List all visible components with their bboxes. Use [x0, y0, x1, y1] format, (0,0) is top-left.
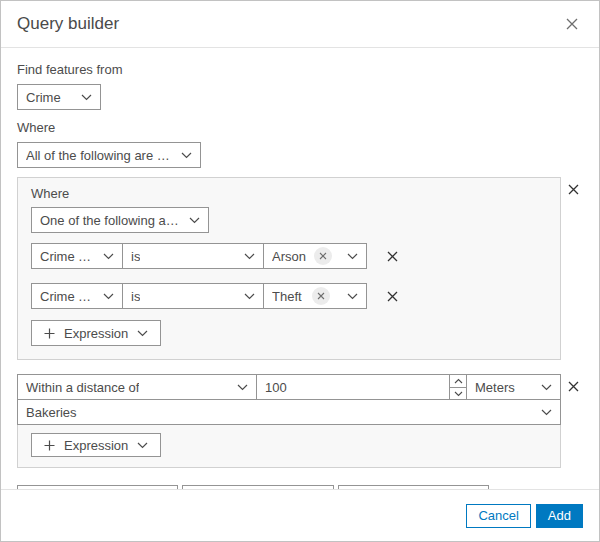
operator-select[interactable]: is [122, 283, 264, 309]
dialog-footer: Cancel Add [1, 489, 599, 541]
dialog-body: Find features from Crime Where All of th… [1, 48, 599, 509]
group1-where-label: Where [31, 186, 547, 201]
expression-group-1: Where One of the following are tr… Crime… [17, 177, 561, 360]
chevron-down-icon [454, 391, 463, 397]
clear-value-button[interactable] [314, 247, 332, 265]
distance-input[interactable] [256, 374, 450, 400]
target-layer-row: Bakeries [17, 399, 561, 425]
chevron-down-icon [173, 152, 192, 159]
spatial-operator-select[interactable]: Within a distance of [17, 374, 257, 400]
field-select-value: Crime Type [40, 249, 95, 264]
clear-value-button[interactable] [312, 287, 330, 305]
expression-group-1-wrap: Where One of the following are tr… Crime… [17, 177, 583, 360]
spatial-expression-wrap: Within a distance of [17, 374, 583, 468]
cancel-button[interactable]: Cancel [466, 504, 530, 528]
field-select-value: Crime Type [40, 289, 95, 304]
close-icon [565, 17, 579, 31]
field-select[interactable]: Crime Type [31, 243, 123, 269]
unit-select-value: Meters [475, 380, 515, 395]
chevron-down-icon [340, 293, 358, 300]
chevron-down-icon [181, 217, 200, 224]
spatial-operator-row: Within a distance of [17, 374, 561, 400]
unit-select[interactable]: Meters [466, 374, 561, 400]
close-icon [387, 291, 398, 302]
remove-expression-button[interactable] [383, 287, 402, 306]
chevron-down-icon [340, 253, 358, 260]
add-button[interactable]: Add [536, 504, 583, 528]
group1-operator-value: One of the following are tr… [40, 213, 181, 228]
find-features-label: Find features from [17, 62, 583, 77]
chevron-down-icon [236, 293, 255, 300]
spatial-operator-value: Within a distance of [26, 380, 139, 395]
spatial-expression-group: Within a distance of [17, 374, 561, 468]
layer-select[interactable]: Crime [17, 84, 101, 110]
operator-select[interactable]: is [122, 243, 264, 269]
target-layer-select[interactable]: Bakeries [17, 399, 561, 425]
target-layer-value: Bakeries [26, 405, 77, 420]
add-expression-label: Expression [64, 438, 128, 453]
chevron-down-icon [229, 384, 248, 391]
dialog-title: Query builder [17, 14, 119, 34]
top-operator-value: All of the following are true [26, 148, 173, 163]
plus-icon [44, 328, 55, 339]
close-icon [568, 381, 579, 392]
group2-add-expression-button[interactable]: Expression [31, 433, 161, 457]
close-button[interactable] [561, 13, 583, 35]
chevron-down-icon [95, 253, 114, 260]
value-select-value: Theft [272, 289, 302, 304]
remove-group-button[interactable] [564, 180, 583, 199]
chevron-down-icon [137, 330, 148, 337]
group1-add-expression-button[interactable]: Expression [31, 320, 161, 346]
value-select[interactable]: Arson [263, 243, 367, 269]
expression-row: Crime Type is Arson [31, 243, 547, 269]
stepper-down-button[interactable] [450, 387, 466, 399]
operator-select-value: is [131, 249, 140, 264]
stepper-up-button[interactable] [450, 375, 466, 387]
group2-footer-strip: Expression [18, 425, 560, 467]
small-close-icon [319, 252, 327, 260]
chevron-down-icon [73, 94, 92, 101]
chevron-down-icon [236, 253, 255, 260]
operator-select-value: is [131, 289, 140, 304]
expression-row: Crime Type is Theft [31, 283, 547, 309]
add-expression-label: Expression [64, 326, 128, 341]
dialog-header: Query builder [1, 1, 599, 48]
small-close-icon [317, 292, 325, 300]
chevron-down-icon [533, 384, 552, 391]
group1-operator-select[interactable]: One of the following are tr… [31, 207, 209, 233]
chevron-up-icon [454, 378, 463, 384]
top-operator-select[interactable]: All of the following are true [17, 142, 201, 168]
value-select[interactable]: Theft [263, 283, 367, 309]
plus-icon [44, 440, 55, 451]
close-icon [568, 184, 579, 195]
value-select-value: Arson [272, 249, 306, 264]
field-select[interactable]: Crime Type [31, 283, 123, 309]
chevron-down-icon [95, 293, 114, 300]
query-builder-dialog: Query builder Find features from Crime W… [0, 0, 600, 542]
chevron-down-icon [137, 442, 148, 449]
close-icon [387, 251, 398, 262]
remove-group-button[interactable] [564, 377, 583, 396]
layer-select-value: Crime [26, 90, 61, 105]
remove-expression-button[interactable] [383, 247, 402, 266]
where-label: Where [17, 120, 583, 135]
distance-stepper [449, 374, 467, 400]
chevron-down-icon [533, 409, 552, 416]
